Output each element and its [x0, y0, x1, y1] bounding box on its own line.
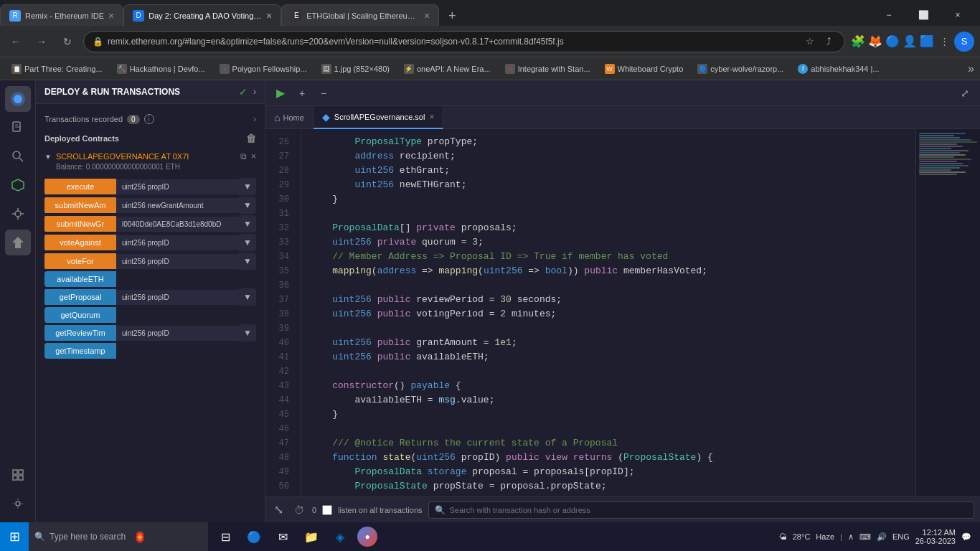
submitnewgr-label[interactable]: submitNewGr — [44, 216, 116, 232]
getquorum-button[interactable]: getQuorum — [44, 307, 256, 323]
taskbar-multitasking-icon[interactable]: ⊟ — [214, 525, 237, 548]
tab-ethglobal[interactable]: E ETHGlobal | Scaling Ethereum 20... × — [281, 4, 439, 26]
getproposal-expand[interactable]: ▼ — [239, 288, 256, 306]
votefor-button[interactable]: voteFor uint256 propID ▼ — [44, 253, 256, 270]
bookmark-part3[interactable]: 📋 Part Three: Creating... — [6, 62, 108, 75]
run-button[interactable]: ▶ — [271, 84, 290, 103]
getproposal-label[interactable]: getProposal — [44, 289, 116, 305]
bookmark-polygon[interactable]: ▪ Polygon Fellowship... — [214, 62, 313, 75]
zoom-in-icon[interactable]: + — [293, 84, 311, 103]
profile-button[interactable]: S — [954, 32, 974, 52]
taskbar-search[interactable]: 🔍 Type here to search 🏮 — [29, 522, 208, 551]
taskbar-edge-icon[interactable]: 🔵 — [242, 525, 265, 548]
voteagainst-button[interactable]: voteAgainst uint256 propID ▼ — [44, 234, 256, 251]
getreviewtim-label[interactable]: getReviewTim — [44, 325, 116, 341]
transactions-chevron[interactable]: › — [253, 114, 256, 124]
url-bar[interactable]: 🔒 remix.ethereum.org/#lang=en&optimize=f… — [83, 31, 845, 52]
tab-close-ethglobal[interactable]: × — [424, 10, 430, 22]
taskbar-files-icon[interactable]: 📁 — [300, 525, 323, 548]
execute-label[interactable]: execute — [44, 179, 116, 194]
sidebar-icon-search[interactable] — [5, 143, 31, 169]
execute-button[interactable]: execute uint256 propID ▼ — [44, 178, 256, 195]
start-button[interactable]: ⊞ — [0, 522, 29, 551]
delete-all-icon[interactable]: 🗑 — [246, 133, 256, 144]
bookmark-cyber[interactable]: 🔵 cyber-wolve/razorp... — [692, 62, 789, 75]
availableeth-button[interactable]: availableETH — [44, 271, 256, 287]
forward-button[interactable]: → — [32, 32, 52, 52]
submitnewam-label[interactable]: submitNewAm — [44, 197, 116, 213]
back-button[interactable]: ← — [6, 32, 26, 52]
getquorum-label[interactable]: getQuorum — [44, 307, 116, 323]
bookmark-whiteboard[interactable]: W Whiteboard Crypto — [599, 62, 689, 75]
extension-icon-5[interactable]: 🟦 — [920, 34, 934, 49]
submitnewam-expand[interactable]: ▼ — [239, 197, 256, 214]
search-input[interactable] — [450, 506, 968, 514]
sidebar-icon-deploy[interactable] — [5, 230, 31, 255]
system-tray-up[interactable]: ∧ — [848, 532, 854, 542]
search-bar[interactable]: 🔍 — [428, 501, 974, 519]
extension-icon-3[interactable]: 🔵 — [885, 34, 900, 49]
execute-expand[interactable]: ▼ — [239, 178, 256, 195]
gettimestamp-button[interactable]: getTimestamp — [44, 343, 256, 359]
minimize-button[interactable]: − — [872, 4, 905, 26]
contract-delete-icon[interactable]: × — [251, 151, 256, 161]
deploy-chevron-icon[interactable]: › — [253, 87, 256, 97]
tab-sol-file[interactable]: ◆ ScrollAPEGovernance.sol × — [314, 106, 444, 129]
voteagainst-expand[interactable]: ▼ — [239, 234, 256, 251]
extension-icon-2[interactable]: 🦊 — [868, 34, 882, 49]
notifications-icon[interactable]: 💬 — [961, 532, 971, 542]
minimap[interactable] — [915, 129, 980, 496]
expand-editor-icon[interactable]: ⤢ — [956, 84, 974, 103]
bookmark-abhishek[interactable]: f abhishekhak344 |... — [792, 62, 885, 75]
expand-icon[interactable]: ⤡ — [271, 500, 286, 519]
submitnewgr-button[interactable]: submitNewGr l0040Dde0AE8CaB3d1e8d0bD ▼ — [44, 215, 256, 232]
sidebar-icon-logo[interactable] — [5, 86, 31, 112]
tab-home[interactable]: ⌂ Home — [265, 106, 314, 129]
info-icon[interactable]: i — [144, 114, 154, 124]
more-bookmarks-button[interactable]: » — [968, 62, 974, 75]
listen-checkbox[interactable] — [322, 505, 332, 515]
getreviewtim-button[interactable]: getReviewTim uint256 propID ▼ — [44, 324, 256, 342]
contract-copy-icon[interactable]: ⧉ — [240, 151, 247, 161]
tab-close-dao[interactable]: × — [266, 10, 272, 22]
contract-toggle[interactable]: ▼ — [44, 153, 52, 161]
new-tab-button[interactable]: + — [442, 6, 462, 26]
bookmark-jpg[interactable]: 🖼 1.jpg (852×480) — [316, 62, 395, 75]
voteagainst-label[interactable]: voteAgainst — [44, 235, 116, 250]
sol-tab-close[interactable]: × — [429, 112, 434, 122]
tab-remix[interactable]: R Remix - Ethereum IDE × — [0, 4, 123, 26]
close-button[interactable]: × — [941, 4, 974, 26]
sidebar-icon-plugin[interactable] — [5, 462, 31, 488]
code-area[interactable]: ProposalType propType; address recipient… — [301, 129, 915, 496]
getproposal-button[interactable]: getProposal uint256 propID ▼ — [44, 288, 256, 306]
zoom-out-icon[interactable]: − — [314, 84, 333, 103]
extension-icon-1[interactable]: 🧩 — [851, 34, 865, 49]
extensions-menu[interactable]: ⋮ — [937, 34, 951, 49]
sidebar-icon-settings[interactable] — [5, 491, 31, 517]
tab-close-remix[interactable]: × — [108, 10, 114, 22]
submitnewgr-expand[interactable]: ▼ — [239, 215, 256, 232]
bookmark-star-icon[interactable]: ☆ — [803, 34, 817, 49]
clock-icon[interactable]: ⏱ — [291, 501, 308, 519]
sidebar-icon-files[interactable] — [5, 115, 31, 141]
votefor-label[interactable]: voteFor — [44, 253, 116, 269]
sidebar-icon-debug[interactable] — [5, 201, 31, 227]
submitnewam-button[interactable]: submitNewAm uint256 newGrantAmount ▼ — [44, 197, 256, 214]
taskbar-mail-icon[interactable]: ✉ — [271, 525, 294, 548]
taskbar-chrome-icon[interactable]: ● — [357, 527, 377, 547]
bookmark-hackathons[interactable]: 🔨 Hackathons | Devfo... — [111, 62, 211, 75]
getreviewtim-expand[interactable]: ▼ — [239, 324, 256, 342]
sidebar-icon-solidity[interactable] — [5, 172, 31, 198]
share-icon[interactable]: ⤴ — [821, 34, 836, 49]
maximize-button[interactable]: ⬜ — [907, 4, 940, 26]
bookmark-integrate[interactable]: ✦ Integrate with Stan... — [499, 62, 596, 75]
availableeth-label[interactable]: availableETH — [44, 271, 116, 287]
bookmark-oneapi[interactable]: ⚡ oneAPI: A New Era... — [398, 62, 496, 75]
taskbar-vscode-icon[interactable]: ◈ — [329, 525, 352, 548]
transactions-count: 0 — [127, 115, 140, 124]
tab-dao[interactable]: D Day 2: Creating A DAO Voting Co... × — [123, 4, 281, 26]
extension-icon-4[interactable]: 👤 — [903, 34, 917, 49]
gettimestamp-label[interactable]: getTimestamp — [44, 343, 116, 359]
votefor-expand[interactable]: ▼ — [239, 253, 256, 270]
refresh-button[interactable]: ↻ — [57, 32, 77, 52]
